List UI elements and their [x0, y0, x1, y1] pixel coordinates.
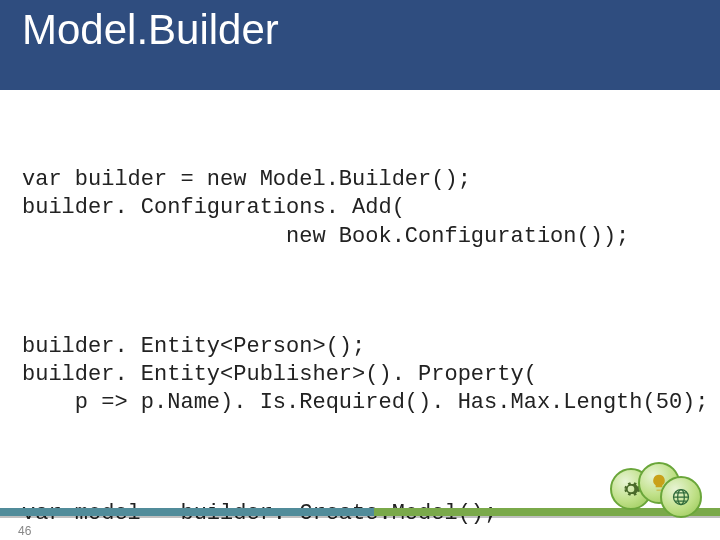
title-bar: Model.Builder — [0, 0, 720, 90]
page-number: 46 — [18, 524, 31, 538]
slide: Model.Builder var builder = new Model.Bu… — [0, 0, 720, 540]
code-block: var builder = new Model.Builder(); build… — [22, 110, 698, 540]
slide-title: Model.Builder — [22, 6, 279, 54]
code-paragraph-2: builder. Entity<Person>(); builder. Enti… — [22, 333, 698, 417]
globe-icon — [660, 476, 702, 518]
code-paragraph-1: var builder = new Model.Builder(); build… — [22, 166, 698, 250]
decorative-badges — [610, 462, 702, 518]
